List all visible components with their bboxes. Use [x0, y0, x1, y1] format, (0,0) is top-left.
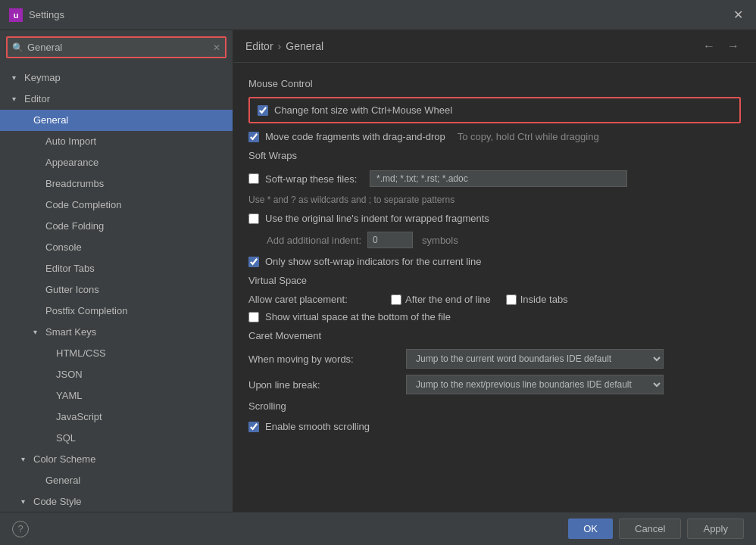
change-font-size-highlight: Change font size with Ctrl+Mouse Wheel: [248, 97, 741, 123]
expand-arrow-color-scheme[interactable]: ▾: [21, 452, 30, 467]
main-content: 🔍 ✕ ▾Keymap▾Editor General Auto Import A…: [0, 30, 756, 512]
sidebar-label-appearance: Appearance: [45, 155, 98, 170]
move-code-fragments-row: Move code fragments with drag-and-drop T…: [248, 129, 741, 144]
upon-line-break-select[interactable]: Jump to the next/previous line boundarie…: [406, 375, 664, 394]
soft-wrap-files-input[interactable]: [370, 170, 627, 187]
mouse-control-section: Mouse Control Change font size with Ctrl…: [248, 78, 741, 144]
wildcard-hint: Use * and ? as wildcards and ; to separa…: [248, 195, 741, 205]
sidebar-item-gutter-icons[interactable]: Gutter Icons: [0, 279, 233, 301]
sidebar-item-sql[interactable]: SQL: [0, 428, 233, 449]
use-original-indent-checkbox[interactable]: [248, 213, 259, 224]
only-show-indicators-label[interactable]: Only show soft-wrap indicators for the c…: [248, 256, 481, 267]
enable-smooth-checkbox[interactable]: [248, 422, 259, 432]
sidebar-label-yaml: YAML: [56, 388, 82, 403]
sidebar-item-editor-tabs[interactable]: Editor Tabs: [0, 258, 233, 279]
symbols-label: symbols: [422, 235, 458, 246]
use-original-indent-label[interactable]: Use the original line's indent for wrapp…: [248, 213, 489, 224]
change-font-size-checkbox[interactable]: [258, 105, 268, 116]
when-moving-select[interactable]: Jump to the current word boundaries IDE …: [406, 349, 664, 369]
sidebar-label-breadcrumbs: Breadcrumbs: [45, 176, 104, 192]
breadcrumb-part2: General: [286, 40, 323, 52]
breadcrumb-part1: Editor: [245, 40, 273, 52]
sidebar-item-console[interactable]: Console: [0, 237, 233, 258]
add-indent-input[interactable]: [367, 232, 413, 248]
sidebar-item-breadcrumbs[interactable]: Breadcrumbs: [0, 173, 233, 195]
only-show-indicators-checkbox[interactable]: [248, 257, 259, 267]
sidebar-item-auto-import[interactable]: Auto Import: [0, 131, 233, 152]
window-title: Settings: [29, 9, 64, 20]
right-panel: Editor › General ← → Mouse Control Chang…: [233, 30, 756, 512]
after-end-label[interactable]: After the end of line: [391, 294, 491, 305]
forward-button[interactable]: →: [723, 38, 744, 54]
sidebar-label-keymap: Keymap: [24, 70, 61, 86]
move-code-fragments-checkbox[interactable]: [248, 132, 259, 142]
sidebar-item-smart-keys[interactable]: ▾Smart Keys: [0, 322, 233, 343]
when-moving-label: When moving by words:: [248, 353, 400, 365]
sidebar-item-javascript[interactable]: JavaScript: [0, 406, 233, 428]
search-icon: 🔍: [12, 42, 23, 53]
enable-smooth-label[interactable]: Enable smooth scrolling: [248, 421, 370, 432]
sidebar-item-code-completion[interactable]: Code Completion: [0, 195, 233, 216]
sidebar-item-html-css[interactable]: HTML/CSS: [0, 343, 233, 364]
cancel-button[interactable]: Cancel: [619, 519, 681, 539]
sidebar-item-appearance[interactable]: Appearance: [0, 152, 233, 173]
soft-wraps-title: Soft Wraps: [248, 150, 741, 161]
ok-button[interactable]: OK: [568, 519, 613, 539]
back-button[interactable]: ←: [698, 38, 720, 54]
after-end-checkbox[interactable]: [391, 294, 401, 305]
title-bar: u Settings ✕: [0, 0, 756, 30]
caret-movement-section: Caret Movement When moving by words: Jum…: [248, 330, 741, 394]
virtual-space-title: Virtual Space: [248, 275, 741, 286]
soft-wraps-section: Soft Wraps Soft-wrap these files: Use * …: [248, 150, 741, 269]
caret-movement-title: Caret Movement: [248, 330, 741, 341]
use-original-indent-row: Use the original line's indent for wrapp…: [248, 211, 741, 226]
sidebar-list: ▾Keymap▾Editor General Auto Import Appea…: [0, 64, 233, 512]
app-icon: u: [9, 8, 23, 22]
sidebar-label-color-scheme: Color Scheme: [33, 452, 95, 467]
clear-icon[interactable]: ✕: [213, 42, 220, 53]
sidebar-item-code-folding[interactable]: Code Folding: [0, 216, 233, 237]
search-input[interactable]: [8, 38, 225, 57]
sidebar-item-postfix-completion[interactable]: Postfix Completion: [0, 301, 233, 322]
expand-arrow-editor[interactable]: ▾: [12, 92, 21, 107]
sidebar-label-editor-tabs: Editor Tabs: [45, 261, 95, 276]
scrolling-section: Scrolling Enable smooth scrolling: [248, 400, 741, 434]
sidebar-item-code-style[interactable]: ▾Code Style: [0, 491, 233, 512]
only-show-indicators-row: Only show soft-wrap indicators for the c…: [248, 254, 741, 269]
apply-button[interactable]: Apply: [687, 519, 744, 539]
footer-right: OK Cancel Apply: [568, 519, 744, 539]
sidebar-label-smart-keys: Smart Keys: [45, 325, 96, 340]
expand-arrow-code-style[interactable]: ▾: [21, 494, 30, 509]
show-virtual-space-label[interactable]: Show virtual space at the bottom of the …: [248, 311, 451, 322]
change-font-size-label[interactable]: Change font size with Ctrl+Mouse Wheel: [258, 104, 732, 116]
nav-buttons: ← →: [698, 38, 744, 54]
help-button[interactable]: ?: [12, 521, 29, 537]
upon-line-break-row: Upon line break: Jump to the next/previo…: [248, 375, 741, 394]
soft-wrap-files-label[interactable]: Soft-wrap these files:: [248, 173, 370, 185]
add-indent-label: Add additional indent:: [267, 235, 361, 246]
panel-content: Mouse Control Change font size with Ctrl…: [233, 63, 756, 512]
search-container: 🔍 ✕: [6, 36, 226, 58]
sidebar-label-postfix-completion: Postfix Completion: [45, 304, 127, 319]
sidebar-label-editor: Editor: [24, 92, 50, 107]
sidebar-item-yaml[interactable]: YAML: [0, 385, 233, 406]
inside-tabs-checkbox[interactable]: [506, 294, 517, 305]
show-virtual-space-row: Show virtual space at the bottom of the …: [248, 310, 741, 324]
sidebar-item-editor[interactable]: ▾Editor: [0, 89, 233, 110]
drag-drop-hint: To copy, hold Ctrl while dragging: [458, 131, 599, 142]
soft-wrap-files-row: Soft-wrap these files:: [248, 169, 741, 188]
soft-wrap-files-checkbox[interactable]: [248, 173, 259, 184]
sidebar-item-color-scheme[interactable]: ▾Color Scheme: [0, 449, 233, 470]
move-code-fragments-label[interactable]: Move code fragments with drag-and-drop: [248, 131, 445, 142]
expand-arrow-keymap[interactable]: ▾: [12, 70, 21, 86]
sidebar-item-general[interactable]: General: [0, 110, 233, 131]
sidebar-label-code-folding: Code Folding: [45, 219, 104, 234]
close-button[interactable]: ✕: [729, 6, 747, 24]
show-virtual-space-checkbox[interactable]: [248, 312, 259, 322]
sidebar-item-json[interactable]: JSON: [0, 364, 233, 385]
sidebar-item-keymap[interactable]: ▾Keymap: [0, 67, 233, 89]
inside-tabs-label[interactable]: Inside tabs: [506, 294, 568, 305]
sidebar-item-color-scheme-general[interactable]: General: [0, 470, 233, 491]
footer-left: ?: [12, 521, 29, 537]
expand-arrow-smart-keys[interactable]: ▾: [33, 325, 42, 340]
